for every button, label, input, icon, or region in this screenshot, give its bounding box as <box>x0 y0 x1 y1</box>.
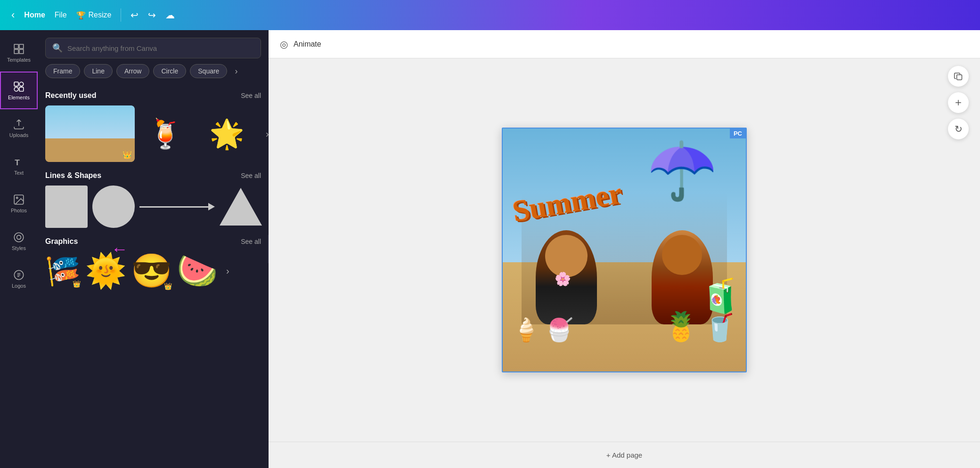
sidebar-item-elements-label: Elements <box>8 95 30 100</box>
chips-more-button[interactable]: › <box>231 65 241 78</box>
shape-arrow-item[interactable] <box>139 203 215 210</box>
animate-bar: ◎ Animate <box>269 30 980 58</box>
shapes-grid: › <box>45 186 261 228</box>
cloud-save-button[interactable]: ☁ <box>165 9 175 21</box>
filter-chips: Frame Line Arrow Circle Square › <box>38 64 269 84</box>
chip-frame[interactable]: Frame <box>45 64 80 78</box>
add-page-button-bottom[interactable]: + Add page <box>606 451 642 459</box>
sidebar-item-templates[interactable]: Templates <box>0 34 38 72</box>
ice-cream-2-icon: 🍧 <box>545 317 573 343</box>
recently-used-see-all[interactable]: See all <box>241 92 261 99</box>
animate-label[interactable]: Animate <box>294 40 321 48</box>
resize-button[interactable]: 🏆 Resize <box>76 11 112 20</box>
shape-triangle-item[interactable] <box>220 188 262 226</box>
canvas-card[interactable]: PC ☂️ Summer <box>502 128 747 372</box>
arrow-head <box>208 203 215 210</box>
arrow-line <box>139 206 208 208</box>
scene-drink-icon: 🧃 <box>700 276 741 315</box>
square-shape <box>45 186 88 228</box>
canvas-tools: ↻ <box>948 66 969 139</box>
scene-flower-icon: 🌸 <box>555 271 571 287</box>
back-button[interactable]: ‹ <box>11 9 15 21</box>
canvas-wrapper: ↻ PC ☂️ Summer <box>269 58 980 442</box>
svg-rect-2 <box>14 49 18 54</box>
graphics-title: Graphics <box>45 237 78 246</box>
search-bar[interactable]: 🔍 <box>45 38 261 58</box>
watermelon-icon: 🍉 <box>177 251 218 290</box>
redo-button[interactable]: ↪ <box>148 9 156 21</box>
lines-shapes-header: Lines & Shapes See all <box>45 171 261 180</box>
lines-shapes-see-all[interactable]: See all <box>241 172 261 179</box>
topbar: ‹ Home File 🏆 Resize ↩ ↪ ☁ <box>0 0 980 30</box>
duplicate-button[interactable] <box>948 66 969 87</box>
sidebar-item-styles-label: Styles <box>12 245 26 251</box>
scene-ice-creams: 🍦 🍧 <box>512 317 573 343</box>
graphics-next-button[interactable]: › <box>222 262 233 280</box>
chip-arrow[interactable]: Arrow <box>116 64 150 78</box>
hide-panel-button[interactable]: ‹ <box>268 235 269 263</box>
svg-rect-0 <box>14 44 18 48</box>
svg-point-10 <box>16 197 18 199</box>
graphic-bunting[interactable]: 🎏 👑 <box>45 254 81 288</box>
beach-image: 👑 <box>45 105 135 162</box>
arrow-shape <box>139 203 215 210</box>
shape-square[interactable] <box>45 186 88 228</box>
recent-next-button[interactable]: › <box>262 125 269 143</box>
topbar-divider <box>121 8 121 22</box>
search-input[interactable] <box>67 44 254 52</box>
shape-circle[interactable] <box>92 186 135 228</box>
graphics-see-all[interactable]: See all <box>241 238 261 245</box>
crown-icon-2: 👑 <box>164 282 172 290</box>
sidebar-item-uploads[interactable]: Uploads <box>0 109 38 147</box>
graphic-sun-sunglasses[interactable]: 😎 👑 <box>131 251 172 290</box>
drink-image: 🍹 <box>142 110 189 157</box>
graphics-grid: 🎏 👑 🌞 😎 👑 🍉 › <box>45 251 261 290</box>
kid-face-2 <box>662 235 702 275</box>
recently-used-header: Recently used See all <box>45 91 261 100</box>
rotate-button[interactable]: ↻ <box>948 119 969 139</box>
resize-label: Resize <box>89 11 112 19</box>
sidebar-item-styles[interactable]: Styles <box>0 222 38 260</box>
summer-scene: ☂️ Summer 🧃 <box>503 129 746 371</box>
chip-line[interactable]: Line <box>84 64 112 78</box>
topbar-left: ‹ Home File 🏆 Resize ↩ ↪ ☁ <box>11 8 959 22</box>
sun-image: 🌟 <box>209 117 245 151</box>
undo-button[interactable]: ↩ <box>131 9 139 21</box>
sidebar-item-uploads-label: Uploads <box>9 132 28 138</box>
sidebar-item-logos-label: Logos <box>12 283 26 289</box>
svg-rect-4 <box>14 82 18 86</box>
recent-item-sun[interactable]: 🌟 <box>196 108 257 160</box>
svg-rect-3 <box>19 49 24 54</box>
add-page-button[interactable] <box>948 92 969 113</box>
sidebar-item-logos[interactable]: Logos <box>0 260 38 298</box>
circle-shape <box>92 186 135 228</box>
sidebar-item-text-label: Text <box>14 170 24 176</box>
sidebar-item-elements[interactable]: Elements <box>0 72 38 109</box>
add-page-bar: + Add page <box>269 442 980 468</box>
panel-content: Recently used See all 👑 🍹 🌟 › <box>38 84 269 468</box>
svg-text:T: T <box>15 158 20 167</box>
chip-circle[interactable]: Circle <box>153 64 186 78</box>
elements-panel: ← 🔍 Frame Line Arrow Circle Square › Rec… <box>38 30 269 468</box>
svg-rect-1 <box>19 44 24 48</box>
svg-rect-6 <box>14 87 18 91</box>
file-button[interactable]: File <box>55 11 67 19</box>
graphic-watermelon[interactable]: 🍉 <box>177 251 218 290</box>
recent-item-drink[interactable]: 🍹 <box>139 108 191 160</box>
crown-icon: 👑 <box>122 150 132 159</box>
canvas-area: ◎ Animate ↻ PC <box>269 30 980 468</box>
pink-arrow-indicator: ← <box>111 239 128 259</box>
graphics-header: Graphics See all <box>45 237 261 246</box>
animate-icon: ◎ <box>280 39 288 50</box>
search-icon: 🔍 <box>52 43 63 53</box>
chip-square[interactable]: Square <box>190 64 227 78</box>
scene-green-drink-icon: 🥤 <box>703 312 736 343</box>
home-button[interactable]: Home <box>24 11 45 19</box>
recent-item-beach[interactable]: 👑 <box>45 105 135 162</box>
crown-icon: 👑 <box>73 280 81 288</box>
sidebar-item-photos[interactable]: Photos <box>0 185 38 222</box>
resize-icon: 🏆 <box>76 11 86 20</box>
svg-point-11 <box>14 233 24 242</box>
sidebar-item-text[interactable]: T Text <box>0 147 38 185</box>
main-area: Templates Elements Uploads T Text Photos… <box>0 30 980 468</box>
